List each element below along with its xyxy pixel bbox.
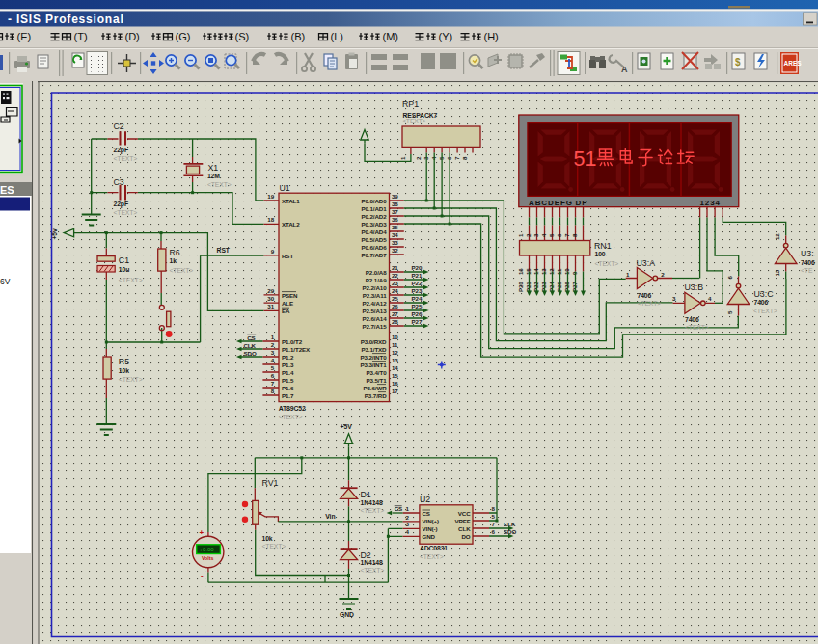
svg-text:AT89C52: AT89C52 bbox=[279, 405, 306, 412]
svg-text:14: 14 bbox=[392, 364, 398, 371]
svg-text:P0.4/AD4: P0.4/AD4 bbox=[361, 228, 387, 235]
svg-text:RST: RST bbox=[217, 247, 231, 254]
svg-text:33: 33 bbox=[392, 239, 398, 246]
svg-text:1k: 1k bbox=[170, 257, 177, 264]
svg-text:+5v: +5v bbox=[51, 228, 58, 240]
svg-text:24: 24 bbox=[392, 287, 398, 294]
svg-text:P20: P20 bbox=[517, 282, 524, 292]
svg-text:VIN(-): VIN(-) bbox=[423, 525, 438, 532]
svg-text:SDO: SDO bbox=[504, 528, 516, 535]
svg-text:<TEXT>: <TEXT> bbox=[361, 507, 385, 514]
svg-text:ARES: ARES bbox=[784, 60, 803, 67]
svg-text:35: 35 bbox=[392, 224, 398, 230]
svg-text:<TEXT>: <TEXT> bbox=[207, 181, 232, 188]
svg-text:28: 28 bbox=[392, 318, 398, 325]
svg-text:37: 37 bbox=[392, 208, 398, 215]
svg-text:P21: P21 bbox=[525, 282, 532, 292]
svg-text:CLK: CLK bbox=[504, 521, 516, 527]
svg-text:29: 29 bbox=[267, 287, 274, 294]
svg-text:P2.1/A9: P2.1/A9 bbox=[366, 277, 387, 283]
svg-text:11: 11 bbox=[556, 268, 562, 275]
svg-text:P21: P21 bbox=[412, 272, 423, 279]
svg-text:RN1: RN1 bbox=[594, 241, 612, 251]
svg-text:CLK: CLK bbox=[458, 525, 471, 532]
svg-text:P23: P23 bbox=[412, 287, 423, 294]
svg-text:51: 51 bbox=[574, 148, 597, 171]
svg-text:<TEXT>: <TEXT> bbox=[685, 324, 709, 331]
svg-text:<TE: <TE bbox=[801, 267, 813, 274]
svg-text:P1.3: P1.3 bbox=[282, 362, 294, 368]
svg-text:17: 17 bbox=[392, 388, 398, 394]
svg-text:<TEXT>: <TEXT> bbox=[402, 118, 426, 124]
svg-text:P22: P22 bbox=[412, 280, 423, 286]
svg-text:P2.2/A10: P2.2/A10 bbox=[363, 284, 388, 291]
svg-text:P26: P26 bbox=[412, 310, 423, 317]
svg-text:P0.5/AD5: P0.5/AD5 bbox=[361, 236, 387, 243]
svg-text:P22: P22 bbox=[532, 282, 539, 292]
svg-text:U3:B: U3:B bbox=[685, 282, 704, 292]
svg-text:23: 23 bbox=[392, 280, 398, 286]
svg-text:(D): (D) bbox=[125, 31, 140, 42]
svg-text:18: 18 bbox=[267, 216, 274, 223]
svg-text:34: 34 bbox=[392, 231, 398, 238]
svg-text:ABCDEFG: ABCDEFG bbox=[529, 199, 573, 207]
svg-text:P27: P27 bbox=[412, 318, 423, 325]
svg-text:1N4148: 1N4148 bbox=[361, 499, 384, 506]
svg-text:(H): (H) bbox=[484, 31, 499, 42]
svg-text:22pF: 22pF bbox=[114, 201, 128, 208]
svg-text:P25: P25 bbox=[556, 282, 562, 292]
svg-text:16: 16 bbox=[517, 268, 524, 275]
svg-text:P27: P27 bbox=[571, 282, 578, 292]
svg-text:1N4148: 1N4148 bbox=[361, 559, 384, 566]
svg-text:12M: 12M bbox=[207, 173, 220, 179]
svg-text:U1: U1 bbox=[280, 183, 290, 193]
svg-text:P3.3/INT1: P3.3/INT1 bbox=[361, 362, 388, 368]
svg-text:7406: 7406 bbox=[754, 299, 769, 306]
svg-text:<TEXT>: <TEXT> bbox=[114, 155, 138, 162]
svg-text:<TEXT>: <TEXT> bbox=[114, 209, 138, 216]
svg-text:P0.2/AD2: P0.2/AD2 bbox=[361, 213, 387, 220]
svg-text:D1: D1 bbox=[361, 490, 371, 499]
svg-text:ALE: ALE bbox=[282, 300, 293, 307]
svg-text:P3.5/T1: P3.5/T1 bbox=[367, 377, 388, 384]
svg-text:26: 26 bbox=[392, 303, 398, 309]
svg-text:R5: R5 bbox=[119, 357, 129, 366]
svg-text:P20: P20 bbox=[412, 264, 423, 271]
svg-text:ADC0831: ADC0831 bbox=[420, 545, 448, 551]
svg-text:39: 39 bbox=[392, 193, 398, 200]
svg-text:P3.6/WR: P3.6/WR bbox=[363, 385, 387, 391]
svg-text:P24: P24 bbox=[412, 295, 423, 302]
svg-text:P26: P26 bbox=[563, 282, 570, 292]
svg-text:P3.0/RXD: P3.0/RXD bbox=[361, 338, 387, 345]
svg-text:31: 31 bbox=[267, 303, 274, 309]
svg-text:D2: D2 bbox=[361, 550, 371, 560]
svg-text:<TEXT>: <TEXT> bbox=[119, 277, 143, 283]
svg-text:(G): (G) bbox=[176, 31, 191, 42]
svg-text:10k: 10k bbox=[119, 367, 129, 374]
svg-text:(Y): (Y) bbox=[439, 31, 453, 42]
svg-text:32: 32 bbox=[392, 247, 398, 254]
svg-text:<TEXT>: <TEXT> bbox=[262, 543, 286, 550]
svg-text:DO: DO bbox=[461, 533, 470, 540]
svg-text:<TEXT>: <TEXT> bbox=[638, 300, 662, 307]
svg-text:13: 13 bbox=[774, 269, 780, 276]
svg-text:P1.7: P1.7 bbox=[282, 392, 294, 399]
svg-text:- ISIS Professional: - ISIS Professional bbox=[8, 13, 124, 26]
svg-text:<TEXT>: <TEXT> bbox=[420, 553, 444, 560]
svg-text:P0.6/AD6: P0.6/AD6 bbox=[361, 244, 387, 251]
svg-text:<TEXT>: <TEXT> bbox=[279, 414, 303, 420]
svg-text:P0.0/AD0: P0.0/AD0 bbox=[361, 198, 387, 204]
svg-text:P1.1/T2EX: P1.1/T2EX bbox=[282, 346, 311, 353]
svg-text:7406: 7406 bbox=[638, 292, 652, 299]
svg-text:(L): (L) bbox=[331, 31, 343, 42]
svg-text:14: 14 bbox=[532, 268, 539, 275]
svg-text:P25: P25 bbox=[412, 303, 423, 309]
svg-text:10: 10 bbox=[392, 334, 398, 340]
svg-text:6V: 6V bbox=[0, 277, 11, 286]
svg-text:P23: P23 bbox=[540, 282, 547, 292]
svg-text:U3:A: U3:A bbox=[637, 258, 656, 268]
svg-text:RP1: RP1 bbox=[402, 99, 419, 109]
svg-text:100: 100 bbox=[595, 251, 606, 257]
svg-text:38: 38 bbox=[392, 201, 398, 207]
svg-text:P2.6/A14: P2.6/A14 bbox=[363, 315, 388, 322]
